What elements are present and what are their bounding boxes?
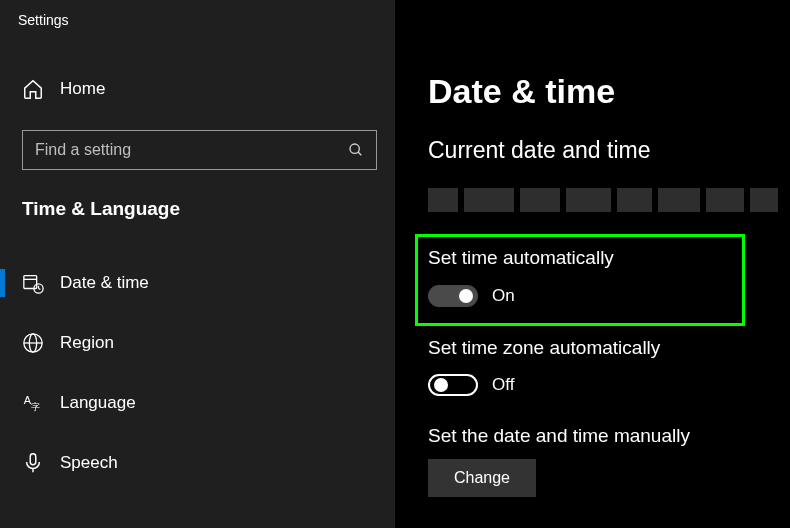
language-icon: A字 — [22, 392, 44, 414]
set-manual-label: Set the date and time manually — [428, 425, 690, 447]
sidebar-item-label: Date & time — [60, 273, 149, 293]
home-label: Home — [60, 79, 105, 99]
svg-rect-12 — [30, 454, 36, 465]
selected-indicator — [0, 269, 5, 297]
sidebar-item-language[interactable]: A字 Language — [0, 385, 395, 421]
sidebar-item-label: Region — [60, 333, 114, 353]
calendar-clock-icon — [22, 272, 44, 294]
set-zone-auto-state: Off — [492, 375, 514, 395]
search-input[interactable]: Find a setting — [22, 130, 377, 170]
set-zone-auto-label: Set time zone automatically — [428, 337, 660, 359]
toggle-knob — [459, 289, 473, 303]
sidebar-item-speech[interactable]: Speech — [0, 445, 395, 481]
section-title: Time & Language — [22, 198, 180, 220]
set-zone-auto-toggle[interactable] — [428, 374, 478, 396]
sidebar-item-date-time[interactable]: Date & time — [0, 265, 395, 301]
toggle-knob — [434, 378, 448, 392]
set-time-auto-toggle[interactable] — [428, 285, 478, 307]
svg-line-1 — [358, 152, 361, 155]
globe-icon — [22, 332, 44, 354]
search-icon — [348, 142, 364, 158]
home-button[interactable]: Home — [22, 78, 105, 100]
sidebar-item-label: Speech — [60, 453, 118, 473]
window-title: Settings — [18, 12, 69, 28]
svg-line-6 — [39, 289, 41, 290]
change-button-label: Change — [454, 469, 510, 487]
change-button[interactable]: Change — [428, 459, 536, 497]
svg-text:字: 字 — [31, 402, 40, 412]
current-datetime-heading: Current date and time — [428, 137, 650, 164]
search-placeholder: Find a setting — [35, 141, 131, 159]
sidebar-item-label: Language — [60, 393, 136, 413]
svg-point-0 — [350, 144, 359, 153]
set-time-auto-state: On — [492, 286, 515, 306]
sidebar-item-region[interactable]: Region — [0, 325, 395, 361]
home-icon — [22, 78, 44, 100]
page-title: Date & time — [428, 72, 615, 111]
redacted-datetime — [428, 188, 778, 212]
microphone-icon — [22, 452, 44, 474]
set-time-auto-label: Set time automatically — [428, 247, 614, 269]
